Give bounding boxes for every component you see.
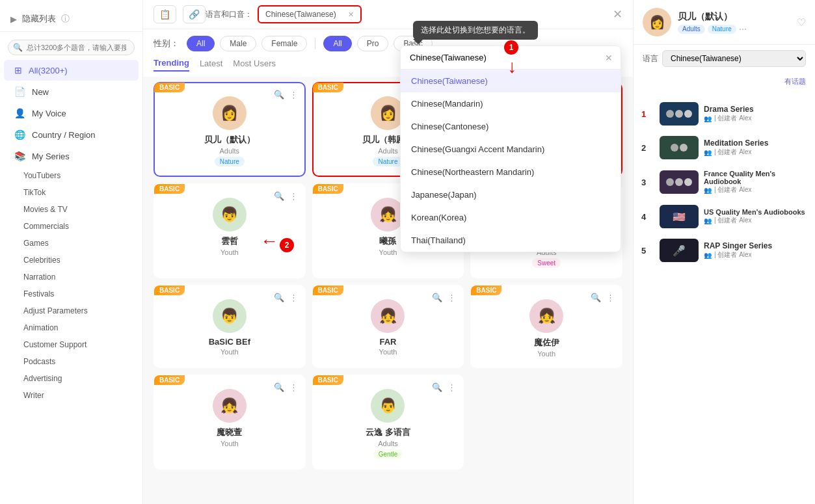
card-actions-10: 🔍 ⋮ [273,381,299,393]
right-panel-voice-info: 👩 贝儿（默认） Adults Nature ⋯ ♡ [643,8,806,36]
lang-option-korean[interactable]: Korean(Korea) [401,206,621,229]
series-creator-5: 👥 | 创建者 Alex [704,250,807,259]
sidebar-item-my-series[interactable]: 📚 My Series [4,146,139,166]
series-item-1[interactable]: 1 Drama Series 👥 | 创建者 Alex [634,97,815,131]
sidebar-sub-movies[interactable]: Movies & TV [0,201,142,218]
card-actions-11: 🔍 ⋮ [431,381,457,393]
card-search-btn-4[interactable]: 🔍 [273,190,286,202]
tier-pro-btn[interactable]: Pro [357,36,389,51]
sidebar-sub-youtubers[interactable]: YouTubers [0,167,142,184]
sidebar-sub-podcasts[interactable]: Podcasts [0,353,142,370]
card-search-btn-10[interactable]: 🔍 [273,381,286,393]
tab-most-users[interactable]: Most Users [233,59,276,71]
card-search-btn-11[interactable]: 🔍 [431,381,444,393]
dropdown-clear-icon[interactable]: ✕ [348,10,354,19]
series-item-3[interactable]: 3 France Quality Men's Audiobook 👥 | 创建者… [634,165,815,200]
series-item-5[interactable]: 5 🎤 RAP Singer Series 👥 | 创建者 Alex [634,233,815,267]
sidebar-sub-festivals[interactable]: Festivals [0,285,142,302]
card-more-btn-4[interactable]: ⋮ [288,190,299,202]
voice-card-8[interactable]: BASIC 🔍 ⋮ 👧 FAR Youth [312,285,464,368]
series-thumb-2 [660,136,699,159]
link-icon-btn[interactable]: 🔗 [183,5,206,23]
card-search-btn-7[interactable]: 🔍 [273,291,286,304]
lang-option-mandarin[interactable]: Chinese(Mandarin) [401,92,621,115]
voice-category-7: Youth [164,348,295,356]
lang-option-guangxi[interactable]: Chinese(Guangxi Accent Mandarin) [401,138,621,161]
sidebar-sub-animation[interactable]: Animation [0,319,142,336]
sidebar-item-new-label: New [32,87,49,97]
sidebar-header: ▶ 隐藏列表 ⓘ [0,7,142,32]
series-item-2[interactable]: 2 Meditation Series 👥 | 创建者 Alex [634,131,815,165]
series-item-4[interactable]: 4 🇺🇸 US Quality Men's Audiobooks 👥 | 创建者… [634,200,815,233]
close-button[interactable]: ✕ [613,7,622,21]
voice-card-7[interactable]: BASIC 🔍 ⋮ 👦 BaSiC BEf Youth [154,285,306,368]
lang-option-japanese[interactable]: Japanese(Japan) [401,183,621,206]
sidebar-sub-tiktok[interactable]: TikTok [0,184,142,201]
sidebar-title: 隐藏列表 [22,13,56,25]
voice-tag-2: Nature [373,157,403,166]
card-more-btn-1[interactable]: ⋮ [288,88,299,101]
voice-avatar-9: 👧 [529,299,563,333]
header-right-section: ✕ [613,7,622,21]
voice-name-7: BaSiC BEf [164,337,295,347]
lang-option-cantonese[interactable]: Chinese(Cantonese) [401,115,621,138]
gender-male-btn[interactable]: Male [220,36,256,51]
sidebar-sub-customer-support[interactable]: Customer Support [0,336,142,353]
gender-all-btn[interactable]: All [187,36,215,51]
sidebar-sub-advertising[interactable]: Advertising [0,370,142,387]
voice-card-9[interactable]: BASIC 🔍 ⋮ 👧 魔佐伊 Youth [470,285,622,368]
tab-trending[interactable]: Trending [154,58,189,72]
voice-avatar-4: 👦 [213,198,247,232]
sidebar-item-country[interactable]: 🌐 Country / Region [4,124,139,145]
lang-option-northeastern[interactable]: Chinese(Northeastern Mandarin) [401,161,621,183]
card-search-btn-9[interactable]: 🔍 [589,291,602,304]
sidebar-sub-adjust[interactable]: Adjust Parameters [0,302,142,319]
search-input[interactable] [8,40,135,55]
card-more-btn-9[interactable]: ⋮ [605,291,616,304]
lang-search-clear-icon[interactable]: ✕ [605,53,613,63]
sidebar-sub-narration[interactable]: Narration [0,269,142,285]
voice-avatar-8: 👧 [371,299,405,333]
gender-female-btn[interactable]: Female [261,36,307,51]
lang-search-input[interactable] [401,46,621,70]
sidebar-sub-celebrities[interactable]: Celebrities [0,252,142,269]
voice-card-4[interactable]: BASIC 🔍 ⋮ 👦 雲哲 Youth [154,183,306,278]
sidebar-sub-games[interactable]: Games [0,235,142,252]
rp-action-link[interactable]: 有话题 [784,77,806,85]
language-dropdown-box[interactable]: ✕ Chinese(Taiwanese) Chinese(Mandarin) C… [400,46,621,252]
heart-button[interactable]: ♡ [797,16,806,29]
voice-card-1[interactable]: BASIC 🔍 ⋮ 👩 贝儿（默认） Adults Nature [154,82,306,177]
rp-lang-select[interactable]: Chinese(Taiwanese) [662,50,806,67]
tab-latest[interactable]: Latest [200,59,222,71]
voice-name-9: 魔佐伊 [481,337,612,349]
tier-all-btn[interactable]: All [323,36,351,51]
card-more-btn-8[interactable]: ⋮ [446,291,457,304]
sidebar-sub-commercials[interactable]: Commercials [0,218,142,235]
filter-icon-btn[interactable]: 📋 [154,5,176,23]
rp-tag-more-btn[interactable]: ⋯ [739,25,747,34]
series-rank-4: 4 [641,212,654,222]
lang-dropdown[interactable]: Chinese(Taiwanese) ✕ [258,5,362,23]
card-search-btn-1[interactable]: 🔍 [273,88,286,101]
lang-option-thai[interactable]: Thai(Thailand) [401,229,621,252]
sidebar-item-new[interactable]: 📄 New [4,81,139,102]
voice-name-11: 云逸 多语言 [323,427,454,438]
card-more-btn-10[interactable]: ⋮ [288,381,299,393]
sidebar-sub-writer[interactable]: Writer [0,387,142,404]
voice-tag-6: Sweet [532,258,561,268]
collapse-icon[interactable]: ▶ [10,14,17,24]
lang-option-taiwanese[interactable]: Chinese(Taiwanese) [401,70,621,92]
globe-icon: 🌐 [14,129,25,140]
sidebar-item-my-voice[interactable]: 👤 My Voice [4,103,139,124]
sidebar-item-all[interactable]: ⊞ All(3200+) [4,60,139,81]
voice-card-11[interactable]: BASIC 🔍 ⋮ 👨 云逸 多语言 Adults Gentle [312,375,464,470]
voice-avatar-1: 👩 [213,96,247,130]
sidebar-item-all-label: All(3200+) [29,66,68,75]
series-list: 1 Drama Series 👥 | 创建者 Alex 2 [634,92,815,504]
help-icon[interactable]: ⓘ [61,13,70,25]
card-more-btn-7[interactable]: ⋮ [288,291,299,304]
voice-card-10[interactable]: BASIC 🔍 ⋮ 👧 魔晓萱 Youth [154,375,306,470]
card-more-btn-11[interactable]: ⋮ [446,381,457,393]
lang-section: 语言和口音： Chinese(Taiwanese) ✕ [206,5,362,23]
card-search-btn-8[interactable]: 🔍 [431,291,444,304]
